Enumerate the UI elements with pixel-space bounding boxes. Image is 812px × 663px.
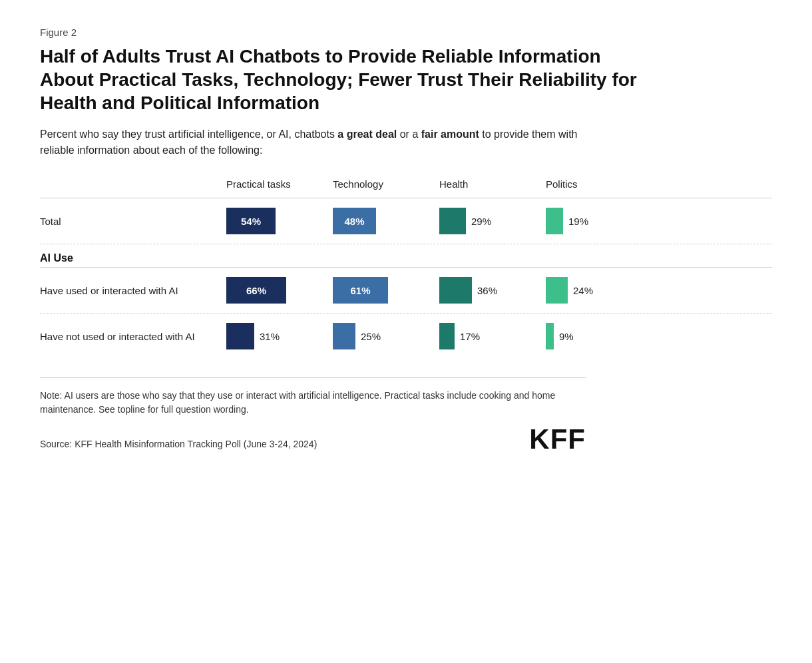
row-label-used-ai: Have used or interacted with AI xyxy=(40,285,226,296)
bar-total-politics xyxy=(546,208,563,234)
subtitle-bold1: a great deal xyxy=(337,128,397,140)
subtitle-plain: Percent who say they trust artificial in… xyxy=(40,128,337,140)
bar-cell-total-politics: 19% xyxy=(546,208,652,234)
bar-cell-notused-practical: 31% xyxy=(226,323,333,349)
subtitle-mid: or a xyxy=(397,128,421,140)
figure-label: Figure 2 xyxy=(40,27,772,38)
chart-title: Half of Adults Trust AI Chatbots to Prov… xyxy=(40,45,639,114)
footer-row: Source: KFF Health Misinformation Tracki… xyxy=(40,423,586,455)
bar-label-used-politics: 24% xyxy=(573,285,593,296)
bar-used-technology: 61% xyxy=(333,277,388,304)
table-row: Have not used or interacted with AI 31% … xyxy=(40,314,772,359)
bar-cell-total-practical: 54% xyxy=(226,208,333,234)
notes-section: Note: AI users are those who say that th… xyxy=(40,377,586,455)
chart-subtitle: Percent who say they trust artificial in… xyxy=(40,126,586,158)
bar-cell-used-practical: 66% xyxy=(226,277,333,304)
section-title-ai-use: AI Use xyxy=(40,252,226,264)
bar-total-health xyxy=(439,208,466,234)
bar-total-technology: 48% xyxy=(333,208,376,234)
section-header-ai-use: AI Use xyxy=(40,244,772,267)
table-row: Total 54% 48% 29% 19% xyxy=(40,198,772,244)
bar-total-practical: 54% xyxy=(226,208,276,234)
table-row: Have used or interacted with AI 66% 61% … xyxy=(40,268,772,314)
bar-used-practical: 66% xyxy=(226,277,286,304)
bar-notused-politics xyxy=(546,323,554,349)
bar-notused-practical xyxy=(226,323,254,349)
col-header-politics: Politics xyxy=(546,178,652,192)
row-label-not-used-ai: Have not used or interacted with AI xyxy=(40,331,226,342)
bar-label-total-politics: 19% xyxy=(568,216,588,227)
bar-cell-total-health: 29% xyxy=(439,208,546,234)
col-header-technology: Technology xyxy=(333,178,439,192)
note-text: Note: AI users are those who say that th… xyxy=(40,389,586,417)
col-header-practical: Practical tasks xyxy=(226,178,333,192)
chart-container: Practical tasks Technology Health Politi… xyxy=(40,178,772,359)
bar-cell-notused-politics: 9% xyxy=(546,323,652,349)
bar-cell-notused-technology: 25% xyxy=(333,323,439,349)
bar-used-politics xyxy=(546,277,568,304)
bar-cell-used-technology: 61% xyxy=(333,277,439,304)
row-label-total: Total xyxy=(40,216,226,227)
bar-cell-notused-health: 17% xyxy=(439,323,546,349)
bar-label-notused-health: 17% xyxy=(460,331,480,342)
bar-cell-used-politics: 24% xyxy=(546,277,652,304)
bar-cell-used-health: 36% xyxy=(439,277,546,304)
col-header-health: Health xyxy=(439,178,546,192)
bar-notused-health xyxy=(439,323,455,349)
bar-label-notused-politics: 9% xyxy=(559,331,574,342)
source-text: Source: KFF Health Misinformation Tracki… xyxy=(40,437,317,451)
bar-notused-technology xyxy=(333,323,355,349)
kff-logo: KFF xyxy=(529,423,586,455)
bar-label-notused-technology: 25% xyxy=(361,331,381,342)
bar-label-total-health: 29% xyxy=(471,216,491,227)
bar-label-notused-practical: 31% xyxy=(260,331,280,342)
bar-label-used-health: 36% xyxy=(477,285,497,296)
col-header-row-label xyxy=(40,190,226,192)
chart-header: Practical tasks Technology Health Politi… xyxy=(40,178,772,198)
subtitle-bold2: fair amount xyxy=(421,128,479,140)
bar-cell-total-technology: 48% xyxy=(333,208,439,234)
bar-used-health xyxy=(439,277,472,304)
